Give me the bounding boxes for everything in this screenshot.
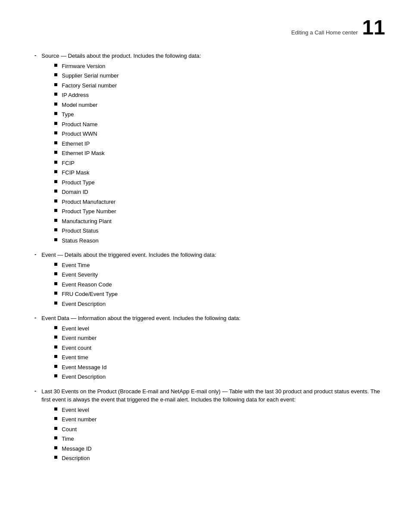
list-item: Event time [54,353,240,362]
list-item-text: Status Reason [62,236,98,245]
list-item-text: Manufacturing Plant [62,217,112,226]
bullet-icon [54,170,57,173]
bullet-icon [54,103,57,106]
list-item: Description [54,454,385,463]
dash-last30: - [34,388,36,394]
list-item: Product Status [54,227,201,235]
page-header: Editing a Call Home center 11 [291,17,385,38]
list-item: Product Type Number [54,207,201,216]
list-item-text: Event Severity [62,271,98,279]
section-event: - Event — Details about the triggered ev… [34,251,385,311]
list-item: IP Address [54,91,201,100]
list-item: Type [54,110,201,119]
list-item-text: Product Type [62,178,94,187]
dash-event-data: - [34,314,36,321]
bullet-icon [54,292,57,295]
dash-event: - [34,251,36,258]
list-item-text: Event Description [62,300,106,308]
section-event-data-intro: Event Data — Information about the trigg… [41,315,240,321]
bullet-icon [54,326,57,329]
bullet-icon [54,272,57,275]
list-item: Event Severity [54,271,216,279]
bullet-icon [54,141,57,144]
list-item-text: Event Message Id [62,363,106,372]
header-title: Editing a Call Home center [291,29,358,36]
last30-list: Event levelEvent numberCountTimeMessage … [54,406,385,463]
event-data-list: Event levelEvent numberEvent countEvent … [54,324,240,381]
list-item: Supplier Serial number [54,72,201,80]
list-item-text: FCIP Mask [62,168,89,177]
list-item-text: Product Status [62,227,98,235]
list-item: Domain ID [54,188,201,196]
list-item: Message ID [54,445,385,453]
list-item: Event number [54,415,385,424]
section-event-data: - Event Data — Information about the tri… [34,314,385,385]
list-item-text: Time [62,435,74,443]
bullet-icon [54,219,57,222]
bullet-icon [54,365,57,368]
list-item: Event Reason Code [54,280,216,289]
bullet-icon [54,427,57,430]
page-container: Editing a Call Home center 11 - Source —… [0,0,411,532]
bullet-icon [54,446,57,449]
list-item-text: Ethernet IP [62,140,90,148]
list-item: Product Name [54,120,201,129]
list-item-text: Event Description [62,373,106,381]
bullet-icon [54,64,57,67]
bullet-icon [54,209,57,212]
bullet-icon [54,190,57,193]
bullet-icon [54,436,57,439]
bullet-icon [54,408,57,411]
list-item-text: Firmware Version [62,62,105,71]
bullet-icon [54,161,57,164]
list-item: FCIP Mask [54,168,201,177]
list-item-text: Event number [62,334,97,342]
list-item-text: Factory Serial number [62,81,117,90]
list-item: Product Manufacturer [54,198,201,206]
list-item-text: Description [62,454,90,463]
list-item: Event number [54,334,240,342]
list-item-text: Event time [62,353,88,362]
list-item-text: Domain ID [62,188,88,196]
bullet-icon [54,83,57,86]
bullet-icon [54,417,57,420]
section-last30: - Last 30 Events on the Product (Brocade… [34,387,385,466]
main-content: - Source — Details about the product. In… [26,52,385,466]
list-item: Firmware Version [54,62,201,71]
list-item-text: Count [62,425,77,434]
list-item: Model number [54,101,201,109]
bullet-icon [54,374,57,377]
list-item-text: Product Type Number [62,207,116,216]
list-item-text: FRU Code/Event Type [62,290,118,299]
bullet-icon [54,336,57,339]
bullet-icon [54,112,57,115]
list-item: Event Message Id [54,363,240,372]
list-item: FRU Code/Event Type [54,290,216,299]
list-item: Factory Serial number [54,81,201,90]
list-item-text: Event count [62,344,91,352]
bullet-icon [54,73,57,76]
bullet-icon [54,302,57,305]
event-list: Event TimeEvent SeverityEvent Reason Cod… [54,261,216,308]
bullet-icon [54,180,57,183]
bullet-icon [54,355,57,358]
list-item-text: Message ID [62,445,91,453]
list-item: Ethernet IP [54,140,201,148]
bullet-icon [54,93,57,96]
page-number: 11 [362,17,385,38]
list-item-text: Event level [62,324,89,333]
dash-source: - [34,52,36,59]
list-item: Event count [54,344,240,352]
bullet-icon [54,345,57,348]
section-last30-intro: Last 30 Events on the Product (Brocade E… [41,388,380,403]
list-item-text: Product Name [62,120,97,129]
list-item-text: Supplier Serial number [62,72,118,80]
section-event-intro: Event — Details about the triggered even… [41,252,216,258]
list-item: Product WWN [54,130,201,138]
bullet-icon [54,228,57,231]
bullet-icon [54,151,57,154]
list-item: Time [54,435,385,443]
list-item-text: Type [62,110,74,119]
list-item: Ethernet IP Mask [54,149,201,158]
list-item: Event Description [54,300,216,308]
